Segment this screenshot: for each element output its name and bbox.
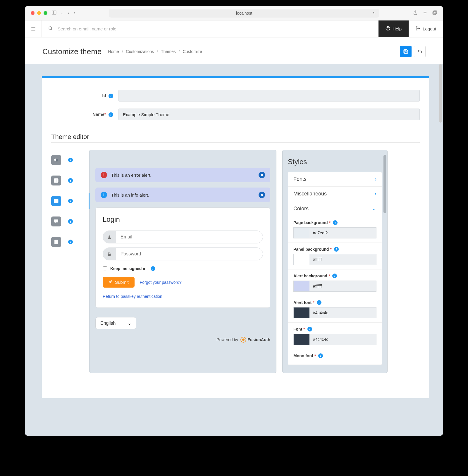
help-icon [386, 26, 390, 32]
sidebar-collapse-button[interactable] [25, 20, 42, 37]
info-alert: i This is an info alert. ✕ [95, 188, 270, 202]
sidebar-tab-brand[interactable]: i [51, 154, 89, 166]
info-icon[interactable]: i [68, 240, 73, 244]
color-swatch[interactable] [294, 334, 309, 345]
tabs-icon[interactable] [432, 10, 437, 16]
forgot-password-link[interactable]: Forgot your password? [140, 280, 182, 285]
chevron-down-icon[interactable]: ⌄ [61, 11, 64, 15]
color-label: Alert font * i [293, 300, 376, 305]
close-window-icon[interactable] [31, 11, 35, 15]
scrollbar[interactable] [383, 155, 386, 213]
color-swatch[interactable] [294, 228, 309, 238]
error-text: This is an error alert. [111, 173, 152, 178]
breadcrumb-item[interactable]: Home [108, 49, 119, 54]
color-value-input[interactable]: #ffffff [309, 254, 376, 265]
info-icon[interactable]: i [109, 94, 113, 98]
scrollbar[interactable] [439, 64, 442, 123]
minimize-window-icon[interactable] [37, 11, 41, 15]
color-item: Mono font * i [288, 349, 382, 365]
info-icon[interactable]: i [307, 327, 312, 331]
svg-rect-2 [433, 11, 437, 14]
error-alert: ! This is an error alert. ✕ [95, 168, 270, 182]
save-button[interactable] [400, 46, 412, 57]
help-button[interactable]: Help [378, 20, 409, 37]
color-item: Page background * i #e7edf2 [288, 216, 382, 243]
info-icon[interactable]: i [68, 199, 73, 203]
lock-icon [103, 248, 116, 260]
sidebar-tab-pages[interactable]: i [51, 236, 89, 248]
sidebar-tab-info[interactable]: i [51, 174, 89, 187]
info-icon: i [101, 192, 107, 198]
breadcrumb-item[interactable]: Customizations [126, 49, 154, 54]
sidebar-tab-messages[interactable]: i [51, 215, 89, 228]
form-row-id: Id i [51, 90, 420, 102]
search-input[interactable] [58, 26, 372, 31]
info-icon[interactable]: i [332, 274, 337, 278]
breadcrumb-item[interactable]: Customize [183, 49, 202, 54]
accordion-colors[interactable]: Colors ⌄ [288, 201, 382, 216]
svg-point-18 [55, 221, 56, 221]
color-item: Panel background * i #ffffff [288, 243, 382, 269]
svg-point-19 [56, 221, 56, 221]
id-label: Id i [51, 93, 118, 98]
color-value-input[interactable]: #ffffff [309, 281, 376, 291]
form-row-name: Name* i [51, 109, 420, 120]
id-input[interactable] [118, 90, 420, 102]
info-icon[interactable]: i [68, 158, 73, 162]
color-label: Mono font * i [293, 353, 376, 358]
keep-signed-row: Keep me signed in i [103, 266, 263, 271]
accordion-misc[interactable]: Miscellaneous › [288, 187, 382, 201]
info-icon[interactable]: i [151, 266, 155, 271]
back-button[interactable] [414, 46, 426, 57]
editor-row: i i i [51, 150, 420, 373]
color-swatch[interactable] [294, 307, 309, 318]
info-icon[interactable]: i [68, 219, 73, 224]
passkey-link[interactable]: Return to passkey authentication [103, 294, 263, 299]
color-item: Font * i #4c4c4c [288, 323, 382, 349]
maximize-window-icon[interactable] [44, 11, 47, 15]
fusionauth-mark-icon [240, 337, 246, 343]
reload-icon[interactable]: ↻ [372, 11, 376, 16]
color-swatch[interactable] [294, 281, 309, 291]
info-icon[interactable]: i [318, 353, 323, 358]
back-icon[interactable]: ‹ [68, 10, 70, 16]
language-select[interactable]: English ⌄ [95, 317, 136, 329]
close-icon[interactable]: ✕ [259, 192, 265, 198]
svg-point-17 [57, 199, 58, 200]
breadcrumb-item[interactable]: Themes [161, 49, 176, 54]
accordion-fonts[interactable]: Fonts › [288, 172, 382, 187]
search-area [42, 20, 378, 37]
color-value-input[interactable]: #4c4c4c [309, 334, 376, 345]
new-tab-icon[interactable]: + [423, 10, 427, 16]
share-icon[interactable] [413, 10, 418, 16]
pencil-square-icon [51, 196, 61, 206]
email-row [103, 231, 263, 243]
address-bar[interactable]: localhost ↻ [109, 9, 379, 18]
app-top-bar: Help Logout [25, 20, 443, 37]
info-icon[interactable]: i [333, 220, 338, 225]
info-icon[interactable]: i [317, 300, 321, 305]
color-value-input[interactable]: #e7edf2 [309, 228, 376, 238]
color-swatch[interactable] [294, 254, 309, 265]
submit-button[interactable]: Submit [103, 277, 135, 288]
close-icon[interactable]: ✕ [259, 172, 265, 178]
svg-rect-15 [56, 180, 57, 182]
forward-icon[interactable]: › [74, 10, 75, 16]
info-icon[interactable]: i [109, 112, 113, 117]
name-input[interactable] [118, 109, 420, 120]
password-field[interactable] [116, 248, 263, 260]
color-input-row: #4c4c4c [293, 334, 376, 345]
color-label: Font * i [293, 327, 376, 331]
keep-signed-checkbox[interactable] [103, 266, 107, 271]
color-label: Panel background * i [293, 247, 376, 252]
info-icon[interactable]: i [334, 247, 339, 252]
logout-button[interactable]: Logout [409, 20, 443, 37]
sidebar-tab-styles[interactable]: i [51, 195, 89, 207]
email-field[interactable] [116, 231, 263, 243]
info-icon[interactable]: i [68, 178, 73, 183]
color-input-row: #4c4c4c [293, 307, 376, 318]
color-value-input[interactable]: #4c4c4c [309, 307, 376, 318]
color-item: Alert font * i #4c4c4c [288, 296, 382, 323]
chevron-down-icon: ⌄ [372, 205, 376, 212]
sidebar-toggle-icon[interactable] [51, 10, 57, 16]
